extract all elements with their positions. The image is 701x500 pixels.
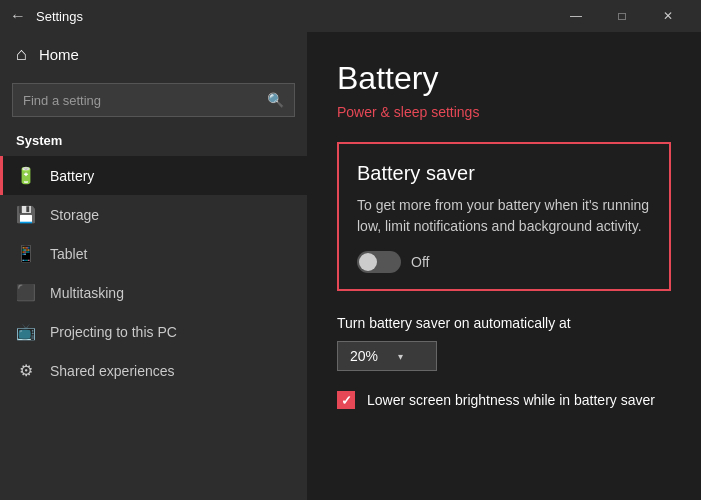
checkmark-icon: ✓ <box>341 393 352 408</box>
projecting-icon: 📺 <box>16 322 36 341</box>
sidebar-item-tablet[interactable]: 📱Tablet <box>0 234 307 273</box>
sidebar-item-battery[interactable]: 🔋Battery <box>0 156 307 195</box>
auto-on-label: Turn battery saver on automatically at <box>337 315 671 331</box>
auto-on-section: Turn battery saver on automatically at 2… <box>337 315 671 371</box>
close-button[interactable]: ✕ <box>645 0 691 32</box>
sidebar-item-label-storage: Storage <box>50 207 99 223</box>
sidebar-item-multitasking[interactable]: ⬛Multitasking <box>0 273 307 312</box>
battery-saver-title: Battery saver <box>357 162 651 185</box>
percent-value: 20% <box>350 348 378 364</box>
tablet-icon: 📱 <box>16 244 36 263</box>
back-button[interactable]: ← <box>10 7 26 25</box>
search-box[interactable]: 🔍 <box>12 83 295 117</box>
toggle-row: Off <box>357 251 651 273</box>
brightness-checkbox-row: ✓ Lower screen brightness while in batte… <box>337 391 671 409</box>
battery-icon: 🔋 <box>16 166 36 185</box>
sidebar-nav: 🔋Battery💾Storage📱Tablet⬛Multitasking📺Pro… <box>0 156 307 390</box>
main-layout: ⌂ Home 🔍 System 🔋Battery💾Storage📱Tablet⬛… <box>0 32 701 500</box>
sidebar-item-label-projecting: Projecting to this PC <box>50 324 177 340</box>
toggle-label: Off <box>411 254 429 270</box>
sidebar-item-label-tablet: Tablet <box>50 246 87 262</box>
app-title: Settings <box>36 9 83 24</box>
minimize-button[interactable]: — <box>553 0 599 32</box>
content-panel: Battery Power & sleep settings Battery s… <box>307 32 701 500</box>
search-input[interactable] <box>23 93 261 108</box>
home-icon: ⌂ <box>16 44 27 65</box>
battery-saver-description: To get more from your battery when it's … <box>357 195 651 237</box>
window-controls: — □ ✕ <box>553 0 691 32</box>
sidebar: ⌂ Home 🔍 System 🔋Battery💾Storage📱Tablet⬛… <box>0 32 307 500</box>
battery-saver-section: Battery saver To get more from your batt… <box>337 142 671 291</box>
sidebar-item-shared[interactable]: ⚙Shared experiences <box>0 351 307 390</box>
multitasking-icon: ⬛ <box>16 283 36 302</box>
sidebar-section-title: System <box>0 127 307 156</box>
brightness-checkbox[interactable]: ✓ <box>337 391 355 409</box>
page-title: Battery <box>337 60 671 97</box>
sidebar-item-projecting[interactable]: 📺Projecting to this PC <box>0 312 307 351</box>
battery-saver-toggle[interactable] <box>357 251 401 273</box>
power-sleep-link[interactable]: Power & sleep settings <box>337 104 479 120</box>
maximize-button[interactable]: □ <box>599 0 645 32</box>
sidebar-item-storage[interactable]: 💾Storage <box>0 195 307 234</box>
shared-icon: ⚙ <box>16 361 36 380</box>
chevron-down-icon: ▾ <box>398 351 403 362</box>
sidebar-item-label-battery: Battery <box>50 168 94 184</box>
sidebar-item-label-shared: Shared experiences <box>50 363 175 379</box>
sidebar-item-label-multitasking: Multitasking <box>50 285 124 301</box>
brightness-checkbox-label: Lower screen brightness while in battery… <box>367 392 655 408</box>
percent-dropdown[interactable]: 20% ▾ <box>337 341 437 371</box>
search-icon: 🔍 <box>267 92 284 108</box>
toggle-knob <box>359 253 377 271</box>
title-bar: ← Settings — □ ✕ <box>0 0 701 32</box>
home-nav-item[interactable]: ⌂ Home <box>0 32 307 77</box>
storage-icon: 💾 <box>16 205 36 224</box>
home-label: Home <box>39 46 79 63</box>
